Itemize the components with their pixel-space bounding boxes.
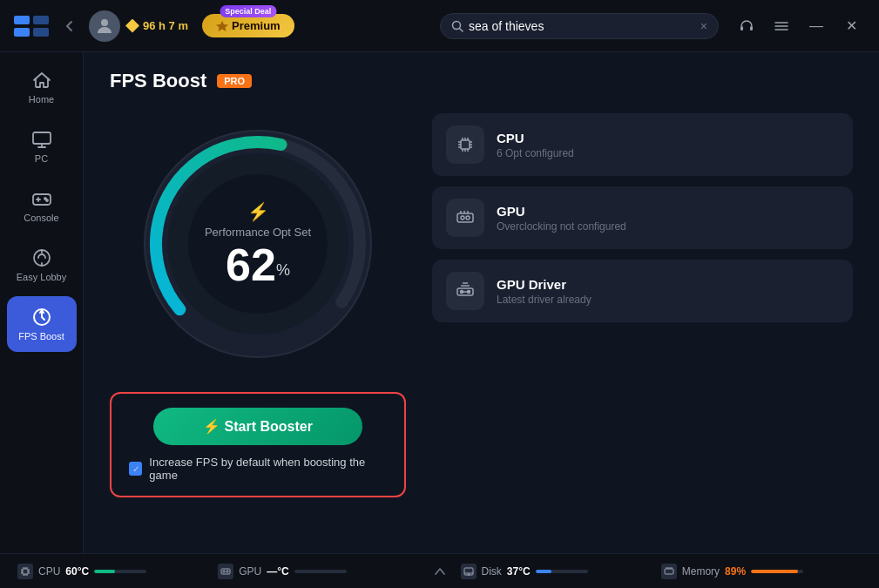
- svg-rect-28: [461, 140, 470, 149]
- status-memory: Memory 89%: [661, 564, 862, 579]
- gpu-driver-name: GPU Driver: [497, 277, 839, 292]
- stat-card-gpu-driver: GPU Driver Latest driver already: [432, 260, 853, 322]
- sidebar-item-console[interactable]: Console: [7, 178, 77, 233]
- status-gpu-icon: [218, 564, 233, 579]
- close-button[interactable]: ✕: [837, 12, 865, 40]
- svg-point-71: [468, 573, 470, 575]
- back-button[interactable]: [57, 14, 82, 38]
- special-deal-badge: Special Deal: [220, 5, 276, 17]
- gauge-label: Performance Opt Set: [205, 226, 311, 239]
- gauge-wrapper: ⚡ Performance Opt Set 62% ⚡ Start Booste…: [110, 113, 406, 497]
- gpu-status-value: —°C: [267, 565, 288, 578]
- svg-rect-0: [14, 16, 30, 24]
- svg-point-51: [468, 291, 470, 294]
- svg-point-68: [227, 570, 228, 571]
- titlebar-actions: — ✕: [733, 12, 865, 40]
- menu-icon[interactable]: [767, 12, 795, 40]
- sidebar-item-fps-boost-label: FPS Boost: [18, 331, 64, 341]
- minimize-button[interactable]: —: [802, 12, 830, 40]
- gauge-center: ⚡ Performance Opt Set 62%: [205, 201, 311, 287]
- disk-bar: [536, 570, 588, 573]
- cpu-desc: 6 Opt configured: [497, 147, 839, 159]
- disk-bar-fill: [536, 570, 551, 573]
- status-disk-icon: [461, 564, 477, 579]
- svg-rect-1: [14, 28, 30, 37]
- content-area: FPS Boost PRO: [84, 52, 879, 553]
- start-booster-button[interactable]: ⚡ Start Booster: [153, 408, 362, 445]
- gauge-value-display: 62%: [226, 242, 290, 287]
- checkbox-row: ✓ Increase FPS by default when boosting …: [129, 456, 387, 482]
- avatar[interactable]: [89, 10, 120, 42]
- gauge-lightning-icon: ⚡: [247, 201, 269, 222]
- increase-fps-checkbox[interactable]: ✓: [129, 462, 142, 476]
- gauge-container: ⚡ Performance Opt Set 62%: [127, 113, 389, 375]
- search-icon: [451, 20, 463, 32]
- start-booster-label: ⚡ Start Booster: [203, 418, 313, 435]
- headset-icon[interactable]: [733, 12, 761, 40]
- status-memory-icon: [661, 564, 677, 579]
- time-badge: 96 h 7 m: [125, 19, 188, 33]
- stat-card-gpu: GPU Overclocking not configured: [432, 186, 853, 249]
- svg-rect-53: [23, 569, 28, 574]
- svg-rect-8: [740, 26, 743, 30]
- booster-panel: ⚡ Start Booster ✓ Increase FPS by defaul…: [110, 392, 406, 497]
- page-title: FPS Boost: [110, 70, 206, 92]
- svg-rect-41: [457, 213, 473, 222]
- disk-status-label: Disk: [482, 565, 502, 578]
- boost-section: ⚡ Performance Opt Set 62% ⚡ Start Booste…: [110, 113, 853, 497]
- search-clear-button[interactable]: ×: [700, 19, 707, 33]
- svg-line-7: [460, 28, 463, 31]
- sidebar-item-home[interactable]: Home: [7, 59, 77, 115]
- memory-bar: [751, 570, 803, 573]
- svg-marker-5: [216, 21, 228, 31]
- gpu-icon: [456, 208, 475, 227]
- sidebar-item-console-label: Console: [24, 213, 58, 223]
- svg-point-18: [46, 199, 48, 201]
- cpu-bar-fill: [94, 570, 115, 573]
- gpu-icon-box: [446, 199, 484, 237]
- diamond-icon: [125, 19, 139, 33]
- sidebar-item-fps-boost[interactable]: FPS Boost: [7, 296, 77, 352]
- search-bar: ×: [440, 13, 719, 39]
- sidebar-item-easy-lobby-label: Easy Lobby: [17, 272, 66, 282]
- svg-rect-9: [750, 26, 753, 30]
- svg-rect-3: [33, 28, 49, 37]
- search-input[interactable]: [469, 19, 700, 33]
- gpu-stat-info: GPU Overclocking not configured: [497, 204, 839, 233]
- memory-status-value: 89%: [725, 565, 746, 578]
- svg-rect-72: [665, 569, 673, 574]
- right-panel: CPU 6 Opt configured: [432, 113, 853, 497]
- svg-point-43: [466, 216, 470, 220]
- titlebar: 96 h 7 m Special Deal Premium ×: [0, 0, 879, 52]
- cpu-name: CPU: [497, 131, 839, 145]
- cpu-bar: [94, 570, 146, 573]
- disk-status-value: 37°C: [507, 565, 531, 578]
- gpu-bar: [294, 570, 347, 573]
- cpu-icon: [456, 135, 475, 154]
- stat-card-cpu: CPU 6 Opt configured: [432, 113, 853, 176]
- cpu-status-label: CPU: [38, 565, 60, 578]
- premium-button[interactable]: Special Deal Premium: [202, 14, 294, 37]
- status-cpu-icon: [17, 564, 33, 579]
- chevron-up-icon[interactable]: [419, 564, 461, 578]
- svg-point-42: [461, 216, 464, 220]
- page-header: FPS Boost PRO: [110, 70, 853, 92]
- status-bar: CPU 60°C GPU —°C: [0, 553, 879, 588]
- sidebar-item-pc[interactable]: PC: [7, 118, 77, 174]
- cpu-status-value: 60°C: [65, 565, 89, 578]
- svg-rect-2: [33, 16, 49, 24]
- status-cpu: CPU 60°C: [17, 564, 218, 579]
- gpu-driver-stat-info: GPU Driver Latest driver already: [497, 277, 839, 306]
- sidebar-item-easy-lobby[interactable]: Easy Lobby: [7, 237, 77, 293]
- svg-point-67: [223, 570, 225, 571]
- gpu-driver-desc: Latest driver already: [497, 294, 839, 306]
- svg-point-50: [461, 291, 463, 294]
- checkbox-label: Increase FPS by default when boosting th…: [149, 456, 387, 482]
- sidebar: Home PC Console: [0, 52, 84, 553]
- gpu-driver-icon: [456, 281, 475, 301]
- gpu-desc: Overclocking not configured: [497, 220, 839, 233]
- svg-point-4: [101, 19, 108, 26]
- sidebar-item-pc-label: PC: [35, 153, 48, 164]
- pro-badge: PRO: [217, 74, 252, 88]
- app-logo: [14, 12, 49, 40]
